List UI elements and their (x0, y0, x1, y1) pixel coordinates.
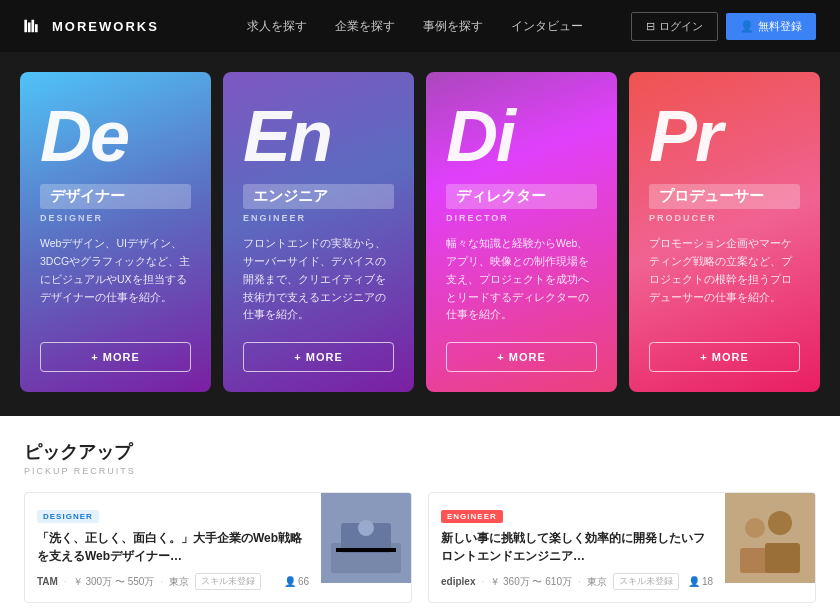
svg-rect-3 (35, 24, 38, 32)
header: MOREWORKS 求人を探す 企業を探す 事例を探す インタビュー ⊟ ログイ… (0, 0, 840, 52)
svg-rect-0 (24, 20, 27, 32)
pickup-location-2: 東京 (587, 575, 607, 589)
svg-rect-8 (336, 548, 396, 552)
pickup-card-engineer[interactable]: ENGINEER 新しい事に挑戦して楽しく効率的に開発したいフロントエンドエンジ… (428, 492, 816, 603)
pickup-skill-2: スキル未登録 (613, 573, 679, 590)
engineer-title-ja: エンジニア (243, 184, 394, 209)
pickup-company-2: ediplex (441, 576, 475, 587)
director-title-en: DIRECTOR (446, 213, 597, 223)
nav-find-cases[interactable]: 事例を探す (423, 18, 483, 35)
designer-letter: De (40, 100, 191, 172)
svg-point-7 (358, 520, 374, 536)
register-button[interactable]: 👤 無料登録 (726, 13, 816, 40)
person-icon-1: 👤 (284, 576, 296, 587)
dot-sep-4: · (578, 576, 581, 587)
pickup-company-1: TAM (37, 576, 58, 587)
pickup-count-2: 👤 18 (688, 576, 713, 587)
person-icon-2: 👤 (688, 576, 700, 587)
header-buttons: ⊟ ログイン 👤 無料登録 (631, 12, 816, 41)
director-card: Di ディレクター DIRECTOR 幅々な知識と経験からWeb、アプリ、映像と… (426, 72, 617, 392)
nav-find-jobs[interactable]: 求人を探す (247, 18, 307, 35)
pickup-image-engineer (725, 493, 815, 583)
dot-sep-1: · (64, 576, 67, 587)
team-image-svg (725, 493, 815, 583)
nav-interview[interactable]: インタビュー (511, 18, 583, 35)
producer-card: Pr プロデューサー PRODUCER プロモーション企画やマーケティング戦略の… (629, 72, 820, 392)
pickup-card-engineer-title: 新しい事に挑戦して楽しく効率的に開発したいフロントエンドエンジニア… (441, 529, 713, 565)
pickup-location-1: 東京 (169, 575, 189, 589)
producer-title-en: PRODUCER (649, 213, 800, 223)
producer-title-ja: プロデューサー (649, 184, 800, 209)
pickup-card-designer-title: 「洗く、正しく、面白く。」大手企業のWeb戦略を支えるWebデザイナー… (37, 529, 309, 565)
pickup-salary-1: ￥ 300万 〜 550万 (73, 575, 155, 589)
svg-rect-1 (28, 22, 31, 32)
engineer-card: En エンジニア ENGINEER フロントエンドの実装から、サーバーサイド、デ… (223, 72, 414, 392)
dot-sep-2: · (160, 576, 163, 587)
pickup-skill-1: スキル未登録 (195, 573, 261, 590)
svg-point-10 (745, 518, 765, 538)
engineer-desc: フロントエンドの実装から、サーバーサイド、デバイスの開発まで、クリエイティブを技… (243, 235, 394, 326)
designer-card: De デザイナー DESIGNER Webデザイン、UIデザイン、3DCGやグラ… (20, 72, 211, 392)
main-nav: 求人を探す 企業を探す 事例を探す インタビュー (247, 18, 583, 35)
director-more-button[interactable]: + MORE (446, 342, 597, 372)
svg-rect-13 (765, 543, 800, 573)
pickup-badge-engineer: ENGINEER (441, 510, 503, 523)
hero-section: De デザイナー DESIGNER Webデザイン、UIデザイン、3DCGやグラ… (0, 52, 840, 416)
pickup-card-engineer-content: ENGINEER 新しい事に挑戦して楽しく効率的に開発したいフロントエンドエンジ… (429, 493, 725, 602)
pickup-count-1: 👤 66 (284, 576, 309, 587)
svg-rect-2 (31, 20, 34, 32)
producer-more-button[interactable]: + MORE (649, 342, 800, 372)
pickup-card-designer[interactable]: DESIGNER 「洗く、正しく、面白く。」大手企業のWeb戦略を支えるWebデ… (24, 492, 412, 603)
director-desc: 幅々な知識と経験からWeb、アプリ、映像との制作現場を支え、プロジェクトを成功へ… (446, 235, 597, 326)
pickup-salary-2: ￥ 360万 〜 610万 (490, 575, 572, 589)
designer-desc: Webデザイン、UIデザイン、3DCGやグラフィックなど、主にビジュアルやUXを… (40, 235, 191, 326)
pickup-cards-container: DESIGNER 「洗く、正しく、面白く。」大手企業のWeb戦略を支えるWebデ… (24, 492, 816, 603)
desk-image-svg (321, 493, 411, 583)
producer-desc: プロモーション企画やマーケティング戦略の立案など、プロジェクトの根幹を担うプロデ… (649, 235, 800, 326)
designer-title-en: DESIGNER (40, 213, 191, 223)
director-letter: Di (446, 100, 597, 172)
logo[interactable]: MOREWORKS (24, 18, 159, 34)
login-button[interactable]: ⊟ ログイン (631, 12, 718, 41)
engineer-more-button[interactable]: + MORE (243, 342, 394, 372)
engineer-letter: En (243, 100, 394, 172)
svg-point-11 (768, 511, 792, 535)
pickup-image-designer (321, 493, 411, 583)
director-title-ja: ディレクター (446, 184, 597, 209)
designer-more-button[interactable]: + MORE (40, 342, 191, 372)
dot-sep-3: · (481, 576, 484, 587)
pickup-section: ピックアップ PICKUP RECRUITS DESIGNER 「洗く、正しく、… (0, 416, 840, 610)
engineer-title-en: ENGINEER (243, 213, 394, 223)
pickup-card-designer-content: DESIGNER 「洗く、正しく、面白く。」大手企業のWeb戦略を支えるWebデ… (25, 493, 321, 602)
nav-find-companies[interactable]: 企業を探す (335, 18, 395, 35)
pickup-badge-designer: DESIGNER (37, 510, 99, 523)
logo-icon (24, 18, 46, 34)
pickup-title-en: PICKUP RECRUITS (24, 466, 816, 476)
designer-title-ja: デザイナー (40, 184, 191, 209)
user-icon: 👤 (740, 20, 754, 33)
logo-text: MOREWORKS (52, 19, 159, 34)
pickup-card-engineer-footer: ediplex · ￥ 360万 〜 610万 · 東京 スキル未登録 👤 18 (441, 573, 713, 590)
producer-letter: Pr (649, 100, 800, 172)
pickup-title-ja: ピックアップ (24, 440, 816, 464)
login-icon: ⊟ (646, 20, 655, 33)
pickup-card-designer-footer: TAM · ￥ 300万 〜 550万 · 東京 スキル未登録 👤 66 (37, 573, 309, 590)
